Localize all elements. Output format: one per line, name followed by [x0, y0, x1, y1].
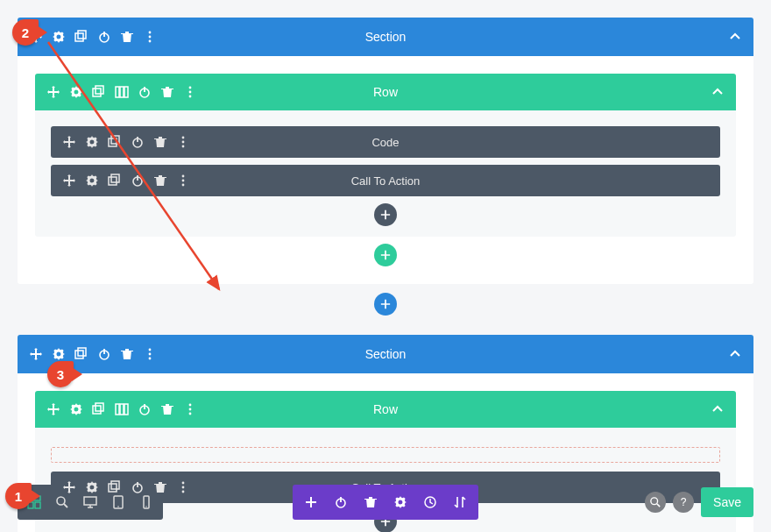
more-icon[interactable]	[144, 348, 156, 360]
chevron-up-icon[interactable]	[729, 348, 741, 360]
section-body: Row Code	[18, 56, 753, 284]
move-icon[interactable]	[47, 403, 60, 415]
module-bar[interactable]: Code	[51, 126, 720, 158]
sort-icon[interactable]	[454, 496, 466, 508]
annotation-marker-3: 3	[47, 361, 74, 387]
row-header[interactable]: Row	[35, 391, 736, 428]
gear-icon[interactable]	[70, 403, 82, 415]
chevron-up-icon[interactable]	[711, 403, 724, 415]
add-module-button[interactable]	[374, 203, 397, 226]
bottom-toolbar-right: ? Save	[645, 487, 753, 517]
duplicate-icon[interactable]	[109, 174, 121, 187]
more-icon[interactable]	[144, 31, 156, 43]
module-bar[interactable]: Call To Action	[51, 165, 720, 196]
row-title: Row	[373, 402, 398, 416]
row-body: Code Call To Action	[35, 110, 736, 237]
plus-icon[interactable]	[305, 496, 317, 508]
move-icon[interactable]	[63, 174, 75, 187]
move-icon[interactable]	[63, 136, 75, 148]
search-button[interactable]	[645, 492, 666, 513]
gear-icon[interactable]	[86, 136, 98, 148]
trash-icon[interactable]	[121, 31, 133, 43]
module-title: Code	[371, 136, 399, 149]
power-icon[interactable]	[138, 403, 151, 415]
help-button[interactable]: ?	[673, 492, 694, 513]
chevron-up-icon[interactable]	[729, 31, 741, 43]
move-icon[interactable]	[30, 348, 42, 360]
gear-icon[interactable]	[70, 86, 82, 98]
duplicate-icon[interactable]	[75, 31, 88, 43]
annotation-marker-2: 2	[12, 19, 39, 46]
power-icon[interactable]	[98, 348, 110, 360]
module-title: Call To Action	[351, 174, 421, 188]
trash-icon[interactable]	[154, 136, 166, 148]
power-icon[interactable]	[131, 136, 144, 148]
section-header[interactable]: Section	[18, 18, 753, 56]
phone-icon[interactable]	[140, 496, 152, 508]
power-icon[interactable]	[131, 174, 144, 187]
duplicate-icon[interactable]	[109, 481, 121, 493]
more-icon[interactable]	[184, 86, 196, 98]
columns-icon[interactable]	[116, 86, 128, 98]
save-button[interactable]: Save	[701, 487, 753, 517]
section-header[interactable]: Section	[18, 335, 753, 373]
power-icon[interactable]	[98, 31, 110, 43]
trash-icon[interactable]	[154, 481, 166, 493]
power-icon[interactable]	[335, 496, 347, 508]
add-row-button[interactable]	[374, 244, 397, 266]
gear-icon[interactable]	[53, 348, 65, 360]
gear-icon[interactable]	[86, 174, 98, 187]
more-icon[interactable]	[177, 481, 189, 493]
zoom-icon[interactable]	[56, 496, 68, 508]
more-icon[interactable]	[184, 403, 196, 415]
duplicate-icon[interactable]	[93, 403, 105, 415]
move-icon[interactable]	[63, 481, 75, 493]
trash-icon[interactable]	[364, 496, 377, 508]
add-section-button[interactable]	[374, 293, 397, 316]
trash-icon[interactable]	[161, 403, 173, 415]
chevron-up-icon[interactable]	[711, 86, 724, 98]
trash-icon[interactable]	[161, 86, 173, 98]
trash-icon[interactable]	[121, 348, 133, 360]
tablet-icon[interactable]	[112, 496, 124, 508]
more-icon[interactable]	[177, 174, 189, 187]
module-dropzone[interactable]	[51, 447, 720, 463]
history-icon[interactable]	[424, 496, 436, 508]
gear-icon[interactable]	[53, 31, 65, 43]
power-icon[interactable]	[138, 86, 151, 98]
duplicate-icon[interactable]	[93, 86, 105, 98]
section-1: Section Row	[18, 18, 753, 316]
gear-icon[interactable]	[394, 496, 407, 508]
more-icon[interactable]	[177, 136, 189, 148]
duplicate-icon[interactable]	[75, 348, 88, 360]
section-title: Section	[365, 347, 407, 361]
duplicate-icon[interactable]	[109, 136, 121, 148]
row-title: Row	[373, 85, 398, 99]
desktop-icon[interactable]	[84, 496, 96, 508]
row-header[interactable]: Row	[35, 74, 736, 110]
move-icon[interactable]	[47, 86, 60, 98]
gear-icon[interactable]	[86, 481, 98, 493]
power-icon[interactable]	[131, 481, 144, 493]
section-title: Section	[365, 30, 407, 44]
columns-icon[interactable]	[116, 403, 128, 415]
bottom-toolbar-center	[293, 485, 478, 520]
trash-icon[interactable]	[154, 174, 166, 187]
annotation-marker-1: 1	[5, 483, 32, 509]
